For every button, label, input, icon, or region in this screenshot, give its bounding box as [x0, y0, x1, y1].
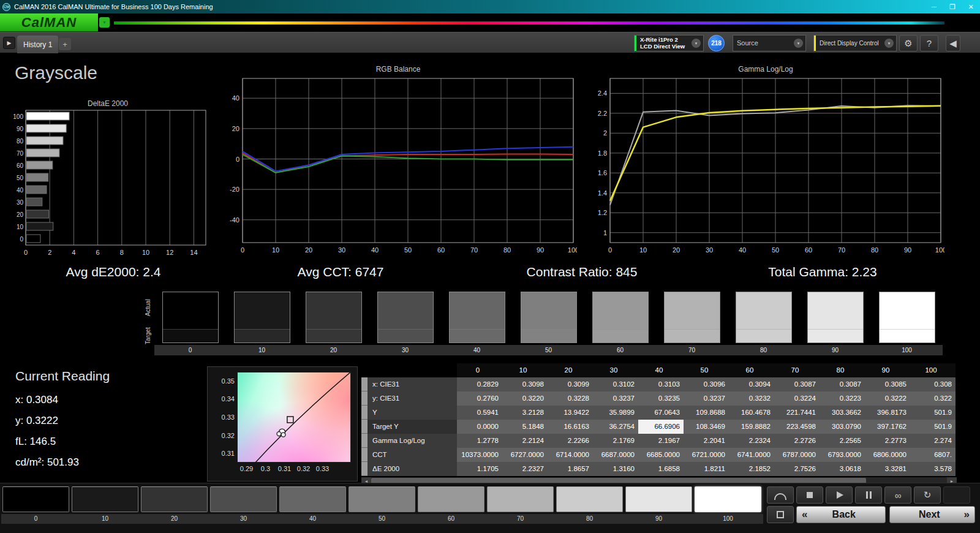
settings-button[interactable]: ⚙: [899, 35, 918, 51]
table-cell[interactable]: 501.9: [910, 420, 956, 434]
table-cell[interactable]: 108.3469: [684, 420, 729, 434]
table-cell[interactable]: 0.3228: [548, 391, 593, 406]
table-cell[interactable]: 2.2327: [502, 462, 548, 476]
table-cell[interactable]: 159.8882: [729, 420, 774, 434]
gray-patch-70[interactable]: [487, 486, 554, 512]
table-cell[interactable]: 0.3237: [593, 391, 638, 406]
table-cell[interactable]: 0.3102: [593, 377, 638, 391]
table-cell[interactable]: 0.3223: [820, 391, 865, 406]
tab-list-button[interactable]: ▶: [3, 37, 15, 49]
table-cell[interactable]: 0.3224: [774, 391, 820, 406]
table-cell[interactable]: 1.8657: [548, 462, 593, 476]
table-cell[interactable]: 0.2760: [457, 391, 502, 406]
table-cell[interactable]: 6687.0000: [593, 448, 638, 462]
table-cell[interactable]: 6741.0000: [729, 448, 774, 462]
table-cell[interactable]: 35.9899: [593, 406, 638, 420]
table-cell[interactable]: 1.2778: [457, 434, 502, 448]
table-column-header[interactable]: 20: [548, 363, 593, 377]
table-cell[interactable]: 0.3099: [548, 377, 593, 391]
table-cell[interactable]: 0.308: [910, 377, 956, 391]
table-column-header[interactable]: 10: [502, 363, 548, 377]
table-cell[interactable]: 6807.: [910, 448, 956, 462]
table-cell[interactable]: 160.4678: [729, 406, 774, 420]
pattern-window-button[interactable]: [767, 506, 794, 523]
table-column-header[interactable]: 70: [774, 363, 820, 377]
stop-button[interactable]: [796, 486, 823, 504]
table-column-header[interactable]: 0: [457, 363, 502, 377]
table-cell[interactable]: 2.1852: [729, 462, 774, 476]
source-dropdown[interactable]: Source ▼: [733, 35, 806, 51]
table-cell[interactable]: 2.274: [910, 434, 956, 448]
table-cell[interactable]: 5.1848: [502, 420, 548, 434]
meter-dropdown[interactable]: X-Rite i1Pro 2 LCD Direct View ▼: [634, 35, 704, 51]
table-cell[interactable]: 303.0790: [820, 420, 865, 434]
table-cell[interactable]: 0.3087: [774, 377, 820, 391]
tab-history-1[interactable]: History 1: [17, 36, 58, 53]
table-cell[interactable]: 6721.0000: [684, 448, 729, 462]
table-cell[interactable]: 0.322: [910, 391, 956, 406]
table-column-header[interactable]: 40: [638, 363, 684, 377]
table-cell[interactable]: 2.1967: [638, 434, 684, 448]
table-cell[interactable]: 221.7441: [774, 406, 820, 420]
maximize-button[interactable]: ❐: [943, 0, 962, 13]
help-button[interactable]: ?: [920, 35, 938, 51]
table-column-header[interactable]: 60: [729, 363, 774, 377]
table-cell[interactable]: 66.6906: [638, 420, 684, 434]
play-button[interactable]: [826, 486, 853, 504]
table-cell[interactable]: 109.8688: [684, 406, 729, 420]
table-cell[interactable]: 0.3235: [638, 391, 684, 406]
probe-dome-button[interactable]: [767, 486, 794, 504]
table-cell[interactable]: 396.8173: [865, 406, 910, 420]
table-cell[interactable]: 1.1705: [457, 462, 502, 476]
table-cell[interactable]: 3.2128: [502, 406, 548, 420]
table-cell[interactable]: 6727.0000: [502, 448, 548, 462]
repeat-button[interactable]: ↻: [914, 486, 941, 504]
table-cell[interactable]: 2.2324: [729, 434, 774, 448]
table-cell[interactable]: 6685.0000: [638, 448, 684, 462]
table-cell[interactable]: 0.3222: [865, 391, 910, 406]
table-cell[interactable]: 0.3232: [729, 391, 774, 406]
table-cell[interactable]: 1.3160: [593, 462, 638, 476]
table-cell[interactable]: 2.2266: [548, 434, 593, 448]
gray-patch-50[interactable]: [349, 486, 415, 512]
gray-patch-60[interactable]: [418, 486, 484, 512]
table-column-header[interactable]: 100: [910, 363, 956, 377]
meter-profile-badge[interactable]: 218: [708, 35, 725, 51]
table-cell[interactable]: 0.3085: [865, 377, 910, 391]
table-cell[interactable]: 2.2773: [865, 434, 910, 448]
table-cell[interactable]: 397.1762: [865, 420, 910, 434]
table-cell[interactable]: 6806.0000: [865, 448, 910, 462]
table-cell[interactable]: 6714.0000: [548, 448, 593, 462]
gray-patch-100[interactable]: [695, 486, 761, 512]
gray-patch-10[interactable]: [72, 486, 138, 512]
table-cell[interactable]: 0.3237: [684, 391, 729, 406]
table-cell[interactable]: 2.2041: [684, 434, 729, 448]
table-cell[interactable]: 3.578: [910, 462, 956, 476]
table-cell[interactable]: 1.8211: [684, 462, 729, 476]
table-cell[interactable]: 0.3096: [684, 377, 729, 391]
table-cell[interactable]: 0.0000: [457, 420, 502, 434]
next-button[interactable]: Next »: [889, 506, 975, 523]
pause-button[interactable]: [855, 486, 882, 504]
table-cell[interactable]: 0.3087: [820, 377, 865, 391]
gray-patch-40[interactable]: [279, 486, 346, 512]
table-cell[interactable]: 10373.0000: [457, 448, 502, 462]
gray-patch-30[interactable]: [210, 486, 277, 512]
gray-patch-80[interactable]: [556, 486, 623, 512]
table-cell[interactable]: 6793.0000: [820, 448, 865, 462]
table-cell[interactable]: 0.2829: [457, 377, 502, 391]
back-button[interactable]: « Back: [796, 506, 886, 523]
table-cell[interactable]: 0.3098: [502, 377, 548, 391]
add-tab-button[interactable]: +: [59, 38, 71, 50]
close-button[interactable]: ✕: [962, 0, 980, 13]
table-column-header[interactable]: 50: [684, 363, 729, 377]
gray-patch-20[interactable]: [141, 486, 208, 512]
table-cell[interactable]: 3.3281: [865, 462, 910, 476]
table-cell[interactable]: 1.6858: [638, 462, 684, 476]
gray-patch-90[interactable]: [625, 486, 692, 512]
table-cell[interactable]: 36.2754: [593, 420, 638, 434]
table-cell[interactable]: 2.1769: [593, 434, 638, 448]
table-cell[interactable]: 2.7526: [774, 462, 820, 476]
logo-menu-button[interactable]: ▼: [99, 17, 110, 28]
table-cell[interactable]: 0.3103: [638, 377, 684, 391]
